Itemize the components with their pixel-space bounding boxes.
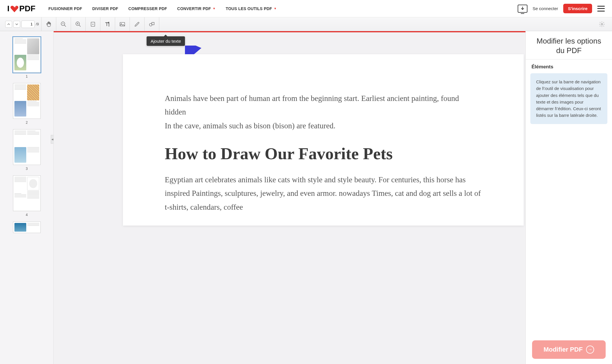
thumbnail-2[interactable] <box>13 83 41 119</box>
nav-split[interactable]: DIVISER PDF <box>92 6 118 11</box>
nav-merge[interactable]: FUSIONNER PDF <box>48 6 82 11</box>
zoom-out-button[interactable] <box>56 17 71 31</box>
thumbnail-5[interactable] <box>13 222 41 233</box>
sidebar-section-heading: Éléments <box>526 59 612 73</box>
thumbnail-4[interactable] <box>13 175 41 211</box>
page-down-button[interactable] <box>13 21 20 28</box>
page-navigator: /9 <box>3 17 41 31</box>
caret-down-icon: ▼ <box>274 7 277 10</box>
thumbnails-panel[interactable]: ◀ 1 2 3 4 <box>0 31 54 364</box>
action-label: Modifier PDF <box>544 346 583 353</box>
modify-pdf-button[interactable]: Modifier PDF <box>532 340 606 359</box>
svg-line-4 <box>79 25 81 27</box>
page-total-label: /9 <box>36 22 39 26</box>
add-image-button[interactable] <box>115 17 130 31</box>
pdf-viewer[interactable]: Ajouter du texte Animals have been part … <box>54 31 525 364</box>
document-paragraph: Egyptian art celebrates animals like cat… <box>165 173 482 214</box>
pan-tool[interactable] <box>42 17 56 31</box>
editor-toolbar: /9 <box>0 17 612 31</box>
menu-icon[interactable] <box>597 6 605 12</box>
settings-button[interactable] <box>595 17 609 31</box>
main-nav: FUSIONNER PDF DIVISER PDF COMPRESSER PDF… <box>48 6 277 11</box>
svg-point-14 <box>601 23 603 25</box>
page-number-input[interactable] <box>21 20 35 28</box>
draw-button[interactable] <box>130 17 144 31</box>
logo-pre: I <box>7 4 10 13</box>
sidebar-title: Modifier les options du PDF <box>526 31 612 59</box>
page-up-button[interactable] <box>5 21 12 28</box>
document-heading: How to Draw Our Favorite Pets <box>165 143 482 164</box>
nav-all-tools[interactable]: TOUS LES OUTILS PDF▼ <box>226 6 277 11</box>
thumbnail-1[interactable] <box>13 37 41 73</box>
logo-post: PDF <box>19 4 35 13</box>
thumbnail-number: 4 <box>26 213 28 217</box>
heart-icon <box>10 5 19 13</box>
thumbnail-number: 3 <box>26 167 28 171</box>
add-text-tooltip: Ajouter du texte <box>147 36 185 46</box>
nav-compress[interactable]: COMPRESSER PDF <box>128 6 167 11</box>
options-sidebar: Modifier les options du PDF Éléments Cli… <box>525 31 612 364</box>
thumbnail-3[interactable] <box>13 129 41 165</box>
pdf-page[interactable]: Animals have been part of human art from… <box>123 54 524 226</box>
sidebar-hint: Cliquez sur la barre de navigation de l\… <box>530 73 607 124</box>
arrow-right-circle-icon <box>586 346 594 354</box>
shapes-button[interactable] <box>145 17 159 31</box>
thumbnail-number: 1 <box>26 74 28 78</box>
signin-link[interactable]: Se connecter <box>533 6 558 11</box>
document-paragraph: Animals have been part of human art from… <box>165 92 482 133</box>
nav-convert[interactable]: CONVERTIR PDF▼ <box>177 6 216 11</box>
progress-bar <box>54 31 525 32</box>
svg-line-1 <box>64 25 66 27</box>
download-desktop-icon[interactable] <box>518 5 527 13</box>
logo[interactable]: I PDF <box>7 4 35 13</box>
zoom-in-button[interactable] <box>71 17 85 31</box>
thumbnail-number: 2 <box>26 121 28 125</box>
add-text-button[interactable] <box>100 17 115 31</box>
top-navbar: I PDF FUSIONNER PDF DIVISER PDF COMPRESS… <box>0 0 612 17</box>
fit-page-button[interactable] <box>86 17 100 31</box>
caret-down-icon: ▼ <box>213 7 216 10</box>
signup-button[interactable]: S'inscrire <box>563 4 592 13</box>
collapse-thumbnails-handle[interactable]: ◀ <box>51 135 54 144</box>
